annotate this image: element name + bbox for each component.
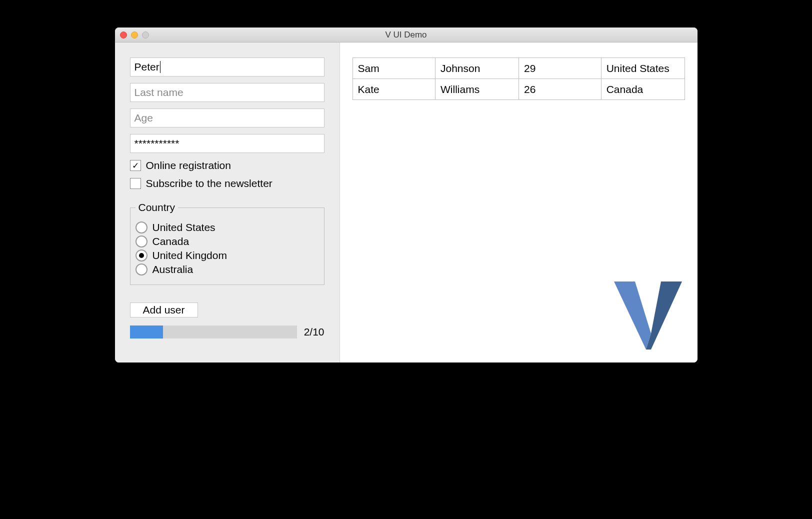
country-option-ca: Canada: [136, 236, 319, 248]
subscribe-newsletter-row: Subscribe to the newsletter: [130, 178, 324, 190]
country-label-ca: Canada: [152, 236, 190, 248]
first-name-input[interactable]: Peter: [130, 58, 324, 76]
minimize-icon[interactable]: [131, 32, 138, 38]
subscribe-newsletter-label: Subscribe to the newsletter: [146, 178, 272, 190]
country-group: Country United States Canada United King…: [130, 202, 324, 285]
progress-fill: [130, 326, 164, 338]
cell-first-name: Sam: [352, 58, 436, 79]
country-option-uk: United Kingdom: [136, 250, 319, 262]
app-window: V UI Demo Peter Last name Age **********…: [115, 28, 698, 362]
table-panel: Sam Johnson 29 United States Kate Willia…: [340, 42, 698, 362]
progress-label: 2/10: [304, 326, 324, 338]
progress-row: 2/10: [130, 326, 324, 338]
cell-age: 26: [519, 79, 602, 100]
close-icon[interactable]: [120, 32, 127, 38]
cell-country: Canada: [601, 79, 684, 100]
last-name-input[interactable]: Last name: [130, 83, 324, 102]
v-logo-icon: [611, 278, 685, 355]
add-user-button[interactable]: Add user: [130, 302, 198, 318]
country-radio-uk[interactable]: [136, 250, 148, 262]
table-row: Kate Williams 26 Canada: [352, 79, 684, 100]
age-input[interactable]: Age: [130, 108, 324, 128]
users-table: Sam Johnson 29 United States Kate Willia…: [352, 58, 685, 100]
content-area: Peter Last name Age *********** Online r…: [115, 42, 698, 362]
text-caret-icon: [160, 61, 160, 73]
svg-marker-0: [614, 282, 651, 350]
cell-first-name: Kate: [352, 79, 436, 100]
form-panel: Peter Last name Age *********** Online r…: [115, 42, 340, 362]
titlebar: V UI Demo: [115, 28, 698, 42]
cell-last-name: Johnson: [436, 58, 519, 79]
cell-last-name: Williams: [436, 79, 519, 100]
maximize-icon: [142, 32, 149, 38]
online-registration-label: Online registration: [146, 160, 231, 172]
country-option-us: United States: [136, 222, 319, 234]
country-radio-us[interactable]: [136, 222, 148, 234]
country-label-au: Australia: [152, 264, 194, 276]
country-label-uk: United Kingdom: [152, 250, 227, 262]
svg-marker-1: [646, 282, 682, 350]
online-registration-row: Online registration: [130, 160, 324, 172]
table-row: Sam Johnson 29 United States: [352, 58, 684, 79]
password-input[interactable]: ***********: [130, 134, 324, 153]
country-legend: Country: [136, 202, 178, 214]
window-controls: [120, 32, 149, 38]
cell-country: United States: [601, 58, 684, 79]
window-title: V UI Demo: [115, 30, 698, 40]
country-option-au: Australia: [136, 264, 319, 276]
country-radio-au[interactable]: [136, 264, 148, 276]
cell-age: 29: [519, 58, 602, 79]
online-registration-checkbox[interactable]: [130, 160, 141, 171]
subscribe-newsletter-checkbox[interactable]: [130, 178, 141, 189]
country-radio-ca[interactable]: [136, 236, 148, 248]
progress-bar: [130, 326, 297, 338]
country-label-us: United States: [152, 222, 216, 234]
